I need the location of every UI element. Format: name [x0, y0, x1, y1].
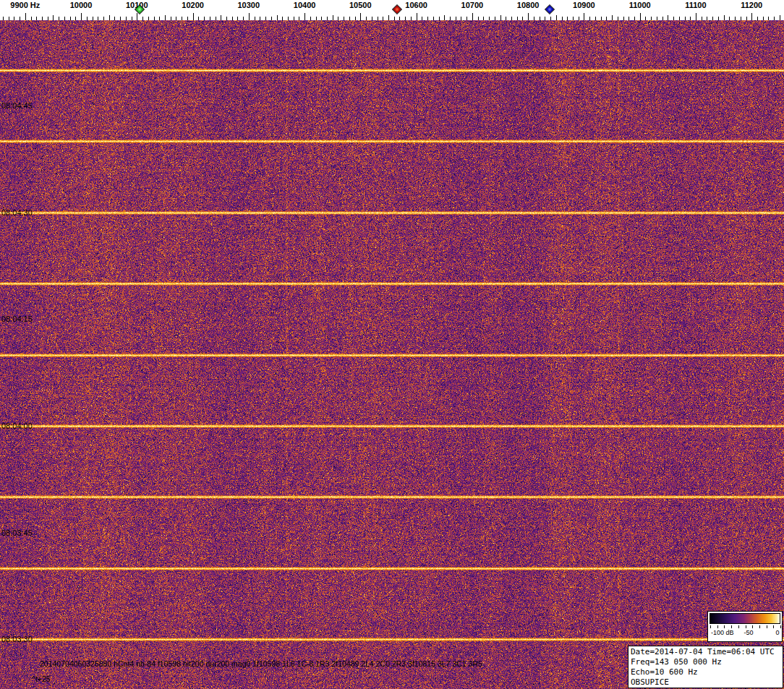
- freq-tick: [226, 17, 227, 20]
- freq-tick: [584, 13, 584, 20]
- freq-tick: [42, 17, 43, 20]
- freq-tick: [567, 17, 568, 20]
- db-scale-tick: [738, 625, 739, 628]
- freq-tick: [321, 17, 322, 20]
- freq-tick: [48, 17, 48, 20]
- freq-tick: [562, 17, 563, 20]
- freq-tick: [707, 17, 707, 20]
- freq-tick: [534, 17, 534, 20]
- freq-tick: [483, 17, 484, 20]
- freq-tick: [221, 15, 221, 20]
- spectrogram-canvas: [0, 20, 784, 689]
- freq-tick: [528, 13, 529, 20]
- freq-tick: [176, 17, 176, 20]
- freq-tick: [265, 17, 266, 20]
- freq-tick: [741, 17, 741, 20]
- freq-tick: [249, 13, 250, 20]
- freq-tick: [433, 17, 434, 20]
- freq-tick: [187, 17, 188, 20]
- freq-tick: [472, 13, 473, 20]
- freq-tick: [623, 17, 624, 20]
- freq-tick: [75, 17, 76, 20]
- freq-tick: [165, 15, 166, 20]
- freq-tick: [304, 13, 305, 20]
- info-echo-frequency: Echo=10 600 Hz: [631, 667, 780, 677]
- freq-tick: [606, 17, 607, 20]
- freq-tick: [618, 17, 618, 20]
- db-scale-tick: [746, 625, 746, 628]
- freq-tick: [70, 17, 71, 20]
- freq-tick: [59, 17, 59, 20]
- freq-tick: [198, 17, 199, 20]
- db-scale-tick: [710, 625, 711, 628]
- freq-tick: [444, 15, 445, 20]
- freq-tick: [679, 17, 680, 20]
- red-frequency-marker[interactable]: [392, 4, 402, 14]
- freq-tick: [662, 17, 663, 20]
- freq-tick-label: 10400: [294, 1, 316, 9]
- freq-tick: [456, 17, 456, 20]
- freq-tick: [751, 13, 752, 20]
- freq-tick: [316, 17, 317, 20]
- freq-tick: [489, 17, 490, 20]
- db-scale-tick: [759, 625, 760, 628]
- freq-tick: [383, 17, 383, 20]
- freq-tick: [182, 17, 182, 20]
- freq-tick: [310, 17, 311, 20]
- freq-tick: [696, 13, 696, 20]
- freq-tick: [589, 17, 590, 20]
- freq-tick: [573, 17, 574, 20]
- freq-tick: [87, 17, 88, 20]
- freq-tick: [299, 17, 299, 20]
- freq-tick: [545, 17, 545, 20]
- freq-tick: [427, 17, 428, 20]
- freq-tick: [64, 17, 65, 20]
- freq-tick: [103, 17, 104, 20]
- freq-tick: [232, 17, 233, 20]
- freq-tick-label: 11000: [629, 1, 651, 9]
- freq-tick: [344, 17, 344, 20]
- freq-tick: [702, 17, 702, 20]
- freq-tick: [411, 17, 412, 20]
- time-tick-label: 08:04:30: [1, 208, 33, 217]
- freq-tick: [210, 17, 210, 20]
- freq-tick: [349, 17, 350, 20]
- freq-tick: [495, 17, 495, 20]
- freq-tick: [137, 13, 137, 20]
- freq-tick: [388, 15, 389, 20]
- freq-tick: [25, 13, 26, 20]
- freq-tick: [193, 13, 194, 20]
- freq-tick-label: 11200: [741, 1, 762, 9]
- spectrogram-app-window: 9900 Hz100001010010200103001040010500106…: [0, 0, 784, 689]
- blue-frequency-marker[interactable]: [544, 4, 554, 14]
- freq-tick: [360, 13, 361, 20]
- freq-tick: [114, 17, 115, 20]
- db-scale-label: -100 dB: [711, 629, 734, 636]
- freq-tick: [506, 17, 506, 20]
- freq-tick: [126, 17, 127, 20]
- freq-tick: [718, 17, 719, 20]
- freq-tick: [595, 17, 596, 20]
- freq-tick: [142, 17, 143, 20]
- freq-tick: [237, 17, 238, 20]
- freq-tick: [355, 17, 356, 20]
- info-station-name: OBSUPICE: [631, 677, 780, 688]
- freq-tick: [612, 15, 613, 20]
- db-scale-labels: -100 dB-500: [710, 629, 782, 639]
- freq-tick: [500, 15, 501, 20]
- freq-tick: [3, 17, 4, 20]
- freq-tick: [378, 17, 378, 20]
- freq-tick: [774, 17, 775, 20]
- freq-tick: [724, 15, 725, 20]
- freq-tick: [132, 17, 132, 20]
- freq-tick: [645, 17, 646, 20]
- spectrogram-area: 08:04:4508:04:3008:04:1508:04:0008:03:45…: [0, 20, 784, 689]
- freq-tick: [629, 17, 629, 20]
- freq-tick: [478, 17, 479, 20]
- db-scale-tick: [724, 625, 725, 628]
- freq-tick: [461, 17, 461, 20]
- freq-tick: [271, 17, 272, 20]
- freq-tick-label: 10600: [405, 1, 427, 9]
- info-date-time: Date=2014-07-04 Time=06:04 UTC: [631, 647, 780, 657]
- freq-tick: [277, 15, 278, 20]
